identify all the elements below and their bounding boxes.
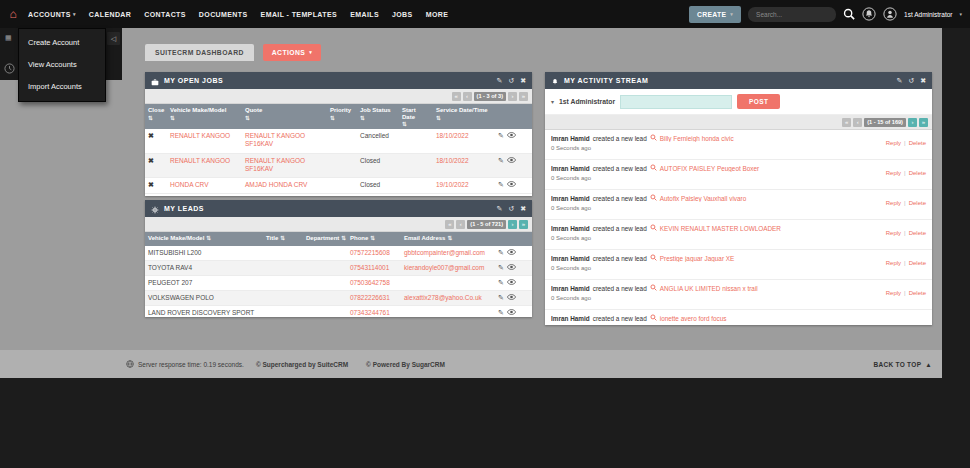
view-row-eye-icon[interactable] [507, 279, 516, 286]
notifications-bell-icon[interactable] [862, 7, 876, 21]
edit-row-icon[interactable]: ✎ [498, 157, 504, 164]
remove-job-icon[interactable]: ✖ [148, 157, 154, 164]
actions-button[interactable]: ACTIONS ▾ [263, 44, 321, 61]
sidebar-toggle-icon[interactable]: ◁ [107, 32, 120, 45]
lead-phone-link[interactable]: 07343244761 [350, 309, 390, 316]
pagination-last-button[interactable]: » [519, 92, 528, 101]
column-header-email[interactable]: Email Address⇅ [401, 232, 495, 246]
activity-target-link[interactable]: AUTOFIX PAISLEY Peugeot Boxer [660, 165, 759, 172]
column-header-vehicle[interactable]: Vehicle Make/Model⇅ [167, 104, 242, 129]
lead-phone-link[interactable]: 07822226631 [350, 294, 390, 301]
delete-link[interactable]: Delete [909, 200, 926, 206]
nav-item-accounts[interactable]: ACCOUNTS▾ [28, 11, 76, 18]
search-icon[interactable] [843, 8, 855, 20]
pagination-next-button[interactable]: › [508, 92, 517, 101]
view-row-eye-icon[interactable] [507, 294, 516, 301]
nav-item-email-templates[interactable]: EMAIL - TEMPLATES [261, 11, 338, 18]
edit-row-icon[interactable]: ✎ [498, 132, 504, 139]
reply-link[interactable]: Reply [886, 200, 901, 206]
activity-target-link[interactable]: ionette avero ford focus [660, 315, 727, 322]
column-header-job-status[interactable]: Job Status⇅ [357, 104, 399, 129]
refresh-dashlet-icon[interactable]: ↺ [908, 76, 914, 85]
edit-dashlet-icon[interactable]: ✎ [496, 204, 502, 213]
chevron-down-icon[interactable]: ▾ [551, 98, 554, 105]
pagination-last-button[interactable]: » [519, 220, 528, 229]
job-vehicle-link[interactable]: HONDA CRV [170, 181, 209, 188]
grid-icon[interactable]: ▦ [5, 34, 12, 42]
delete-link[interactable]: Delete [909, 260, 926, 266]
pagination-next-button[interactable]: › [508, 220, 517, 229]
activity-target-link[interactable]: Prestige jaguar Jaguar XE [660, 255, 735, 262]
reply-link[interactable]: Reply [886, 170, 901, 176]
reply-link[interactable]: Reply [886, 230, 901, 236]
edit-row-icon[interactable]: ✎ [498, 309, 504, 316]
view-row-eye-icon[interactable] [507, 309, 516, 316]
edit-dashlet-icon[interactable]: ✎ [496, 76, 502, 85]
delete-link[interactable]: Delete [909, 230, 926, 236]
pagination-last-button[interactable]: » [919, 118, 928, 127]
activity-target-link[interactable]: Billy Fernleigh honda civic [660, 135, 734, 142]
nav-item-calendar[interactable]: CALENDAR [89, 11, 131, 18]
pagination-first-button[interactable]: « [452, 92, 461, 101]
nav-item-more[interactable]: MORE [426, 11, 449, 18]
current-user-menu[interactable]: 1st Administrator [904, 11, 952, 18]
nav-item-jobs[interactable]: JOBS [392, 11, 413, 18]
pagination-next-button[interactable]: › [908, 118, 917, 127]
lead-email-link[interactable]: alexattix278@yahoo.Co.uk [404, 294, 482, 301]
view-row-eye-icon[interactable] [507, 132, 516, 139]
remove-job-icon[interactable]: ✖ [148, 132, 154, 139]
refresh-dashlet-icon[interactable]: ↺ [508, 204, 514, 213]
clock-icon[interactable] [4, 60, 15, 78]
home-button[interactable]: ⌂ [0, 0, 26, 28]
reply-link[interactable]: Reply [886, 260, 901, 266]
job-service-date-link[interactable]: 18/10/2022 [436, 132, 469, 139]
column-header-vehicle[interactable]: Vehicle Make/Model⇅ [145, 232, 263, 246]
reply-link[interactable]: Reply [886, 290, 901, 296]
close-dashlet-icon[interactable]: ✖ [920, 76, 926, 85]
view-row-eye-icon[interactable] [507, 181, 516, 188]
search-input[interactable] [748, 7, 836, 22]
edit-row-icon[interactable]: ✎ [498, 279, 504, 286]
close-dashlet-icon[interactable]: ✖ [520, 204, 526, 213]
column-header-title[interactable]: Title⇅ [263, 232, 303, 246]
nav-item-emails[interactable]: EMAILS [350, 11, 379, 18]
column-header-quote[interactable]: Quote⇅ [242, 104, 327, 129]
column-header-department[interactable]: Department⇅ [303, 232, 347, 246]
edit-row-icon[interactable]: ✎ [498, 264, 504, 271]
pagination-prev-button[interactable]: ‹ [853, 118, 862, 127]
lead-email-link[interactable]: gbbtcompainter@gmail.com [404, 249, 485, 256]
nav-item-contacts[interactable]: CONTACTS [144, 11, 186, 18]
lead-phone-link[interactable]: 07543114001 [350, 264, 389, 271]
job-vehicle-link[interactable]: RENAULT KANGOO [170, 157, 230, 164]
edit-row-icon[interactable]: ✎ [498, 294, 504, 301]
edit-dashlet-icon[interactable]: ✎ [896, 76, 902, 85]
view-row-eye-icon[interactable] [507, 249, 516, 256]
delete-link[interactable]: Delete [909, 140, 926, 146]
lead-phone-link[interactable]: 07503642758 [350, 279, 390, 286]
menu-item-import-accounts[interactable]: Import Accounts [19, 76, 105, 98]
view-row-eye-icon[interactable] [507, 157, 516, 164]
pagination-first-button[interactable]: « [842, 118, 851, 127]
job-service-date-link[interactable]: 18/10/2022 [436, 157, 469, 164]
activity-target-link[interactable]: KEVIN RENAULT MASTER LOWLOADER [660, 225, 781, 232]
menu-item-view-accounts[interactable]: View Accounts [19, 54, 105, 76]
nav-item-documents[interactable]: DOCUMENTS [199, 11, 248, 18]
activity-target-link[interactable]: Autofix Paisley Vauxhall vivaro [660, 195, 747, 202]
column-header-service-date[interactable]: Service Date/Time⇅ [433, 104, 495, 129]
pagination-prev-button[interactable]: ‹ [463, 92, 472, 101]
lead-phone-link[interactable]: 07572215608 [350, 249, 390, 256]
job-quote-link[interactable]: RENAULT KANGOO SF16KAV [245, 157, 305, 172]
pagination-first-button[interactable]: « [445, 220, 454, 229]
close-dashlet-icon[interactable]: ✖ [520, 76, 526, 85]
column-header-start-date[interactable]: Start Date⇅ [399, 104, 433, 129]
job-service-date-link[interactable]: 19/10/2022 [436, 181, 469, 188]
delete-link[interactable]: Delete [909, 170, 926, 176]
refresh-dashlet-icon[interactable]: ↺ [508, 76, 514, 85]
back-to-top-link[interactable]: BACK TO TOP ▲ [873, 361, 932, 368]
reply-link[interactable]: Reply [886, 140, 901, 146]
job-quote-link[interactable]: AMJAD HONDA CRV [245, 181, 307, 188]
remove-job-icon[interactable]: ✖ [148, 181, 154, 188]
activity-target-link[interactable]: ANGLIA UK LIMITED nissan x trail [660, 285, 758, 292]
user-avatar-icon[interactable] [883, 7, 897, 21]
job-quote-link[interactable]: RENAULT KANGOO SF16KAV [245, 132, 305, 147]
